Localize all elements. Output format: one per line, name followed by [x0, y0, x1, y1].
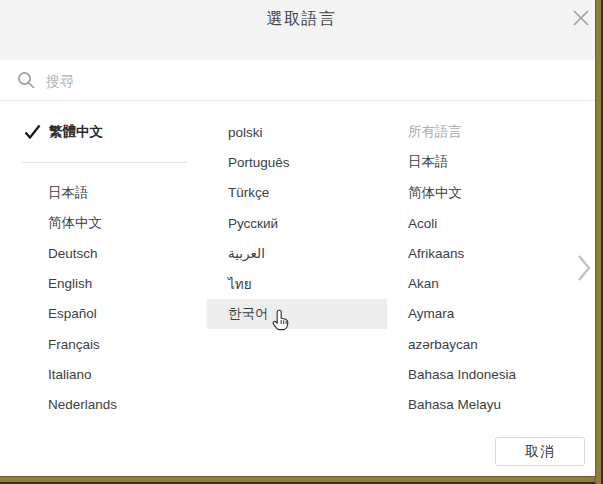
dialog-title: 選取語言 [0, 9, 603, 30]
language-option[interactable]: Bahasa Melayu [387, 390, 567, 420]
next-page-button[interactable] [575, 253, 593, 283]
language-option-label: 日本語 [48, 184, 89, 202]
language-option[interactable]: 日本語 [387, 147, 567, 177]
language-option[interactable]: Aymara [387, 299, 567, 329]
language-option[interactable]: Türkçe [207, 178, 387, 208]
language-option[interactable]: Español [24, 299, 204, 329]
search-input[interactable] [44, 67, 558, 95]
selected-language-label: 繁體中文 [49, 123, 103, 141]
all-languages-header: 所有語言 [387, 117, 567, 147]
language-option-label: Русский [228, 216, 278, 231]
language-option-label: Italiano [48, 367, 92, 382]
selected-language[interactable]: 繁體中文 [24, 117, 204, 147]
language-option[interactable]: العربية [207, 238, 387, 268]
language-option-label: Acoli [408, 216, 437, 231]
all-languages-column: 所有語言 日本語 简体中文 Acoli Afrikaans Akan Aymar… [387, 117, 567, 420]
language-option-label: ไทย [228, 273, 252, 295]
language-option[interactable]: Akan [387, 268, 567, 298]
language-option-label: 日本語 [408, 153, 449, 171]
language-option-label: Bahasa Indonesia [408, 367, 516, 382]
language-option[interactable]: Bahasa Indonesia [387, 359, 567, 389]
language-option-label: polski [228, 125, 263, 140]
language-option[interactable]: Português [207, 147, 387, 177]
language-option[interactable]: ไทย [207, 268, 387, 298]
language-option[interactable]: polski [207, 117, 387, 147]
language-option[interactable]: Italiano [24, 359, 204, 389]
column-divider [24, 147, 204, 177]
language-option[interactable]: Acoli [387, 208, 567, 238]
language-option-label: Español [48, 306, 97, 321]
search-icon [17, 71, 36, 90]
divider-line [22, 162, 188, 163]
language-option-label: Português [228, 155, 290, 170]
language-option[interactable]: Afrikaans [387, 238, 567, 268]
language-option[interactable]: 日本語 [24, 178, 204, 208]
language-option[interactable]: Français [24, 329, 204, 359]
language-option[interactable]: Deutsch [24, 238, 204, 268]
language-option[interactable]: Русский [207, 208, 387, 238]
cancel-button[interactable]: 取消 [495, 437, 585, 466]
frame-bottom-edge [0, 476, 603, 484]
language-option-label: Afrikaans [408, 246, 464, 261]
language-option-label: Français [48, 337, 100, 352]
language-option[interactable]: 简体中文 [387, 178, 567, 208]
language-option-label: Akan [408, 276, 439, 291]
language-option[interactable]: Nederlands [24, 390, 204, 420]
language-option[interactable]: 简体中文 [24, 208, 204, 238]
close-icon [571, 8, 591, 28]
language-option-label: Aymara [408, 306, 454, 321]
close-button[interactable] [571, 8, 591, 28]
language-option[interactable]: English [24, 268, 204, 298]
language-option-label: 한국어 [228, 305, 269, 323]
language-option-label: 简体中文 [408, 184, 462, 202]
check-icon [24, 124, 41, 140]
language-select-dialog: 選取語言 繁體中文 日本語 简体中文 Deutsch English Espa [0, 0, 603, 484]
language-option-label: azərbaycan [408, 337, 478, 352]
language-option[interactable]: azərbaycan [387, 329, 567, 359]
language-option-label: Bahasa Melayu [408, 397, 501, 412]
chevron-right-icon [576, 253, 592, 283]
language-option-label: Deutsch [48, 246, 98, 261]
dialog-header: 選取語言 [0, 0, 603, 60]
hand-cursor-icon [272, 309, 291, 331]
language-option-label: Türkçe [228, 185, 269, 200]
all-languages-header-label: 所有語言 [408, 123, 462, 141]
language-option-label: Nederlands [48, 397, 117, 412]
current-language-column: 繁體中文 日本語 简体中文 Deutsch English Español Fr… [24, 117, 204, 420]
language-option-label: 简体中文 [48, 214, 102, 232]
language-option-label: العربية [228, 245, 265, 261]
language-option-label: English [48, 276, 92, 291]
language-option-hovered[interactable]: 한국어 [207, 299, 387, 329]
search-bar [0, 60, 603, 101]
frame-right-edge [595, 0, 603, 484]
recent-languages-column: polski Português Türkçe Русский العربية … [207, 117, 387, 329]
